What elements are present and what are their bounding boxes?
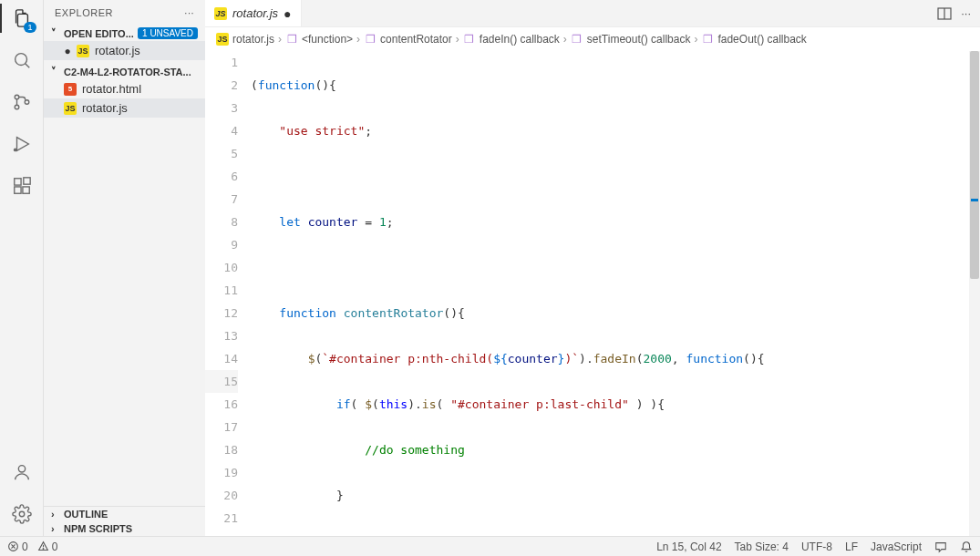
svg-point-6 bbox=[13, 149, 16, 152]
breadcrumb-item[interactable]: ❒setTimeout() callback bbox=[571, 33, 691, 46]
svg-point-11 bbox=[18, 466, 25, 472]
vertical-scrollbar[interactable] bbox=[969, 51, 980, 536]
extensions-icon[interactable] bbox=[9, 173, 35, 199]
account-icon[interactable] bbox=[9, 459, 35, 485]
outline-header[interactable]: › OUTLINE bbox=[44, 507, 205, 521]
unsaved-badge: 1 UNSAVED bbox=[138, 27, 198, 39]
svg-rect-7 bbox=[14, 179, 20, 185]
breadcrumb-item[interactable]: ❒fadeIn() callback bbox=[463, 33, 560, 46]
js-file-icon: JS bbox=[77, 45, 89, 57]
explorer-more-icon[interactable]: ··· bbox=[184, 7, 194, 18]
chevron-right-icon: › bbox=[278, 33, 282, 46]
symbol-icon: ❒ bbox=[701, 33, 714, 46]
status-eol[interactable]: LF bbox=[845, 541, 858, 553]
file-tree-item[interactable]: JS rotator.js bbox=[44, 98, 205, 118]
editor-tab[interactable]: JS rotator.js ● bbox=[205, 0, 302, 26]
status-bell-icon[interactable] bbox=[960, 541, 973, 553]
status-feedback-icon[interactable] bbox=[934, 541, 947, 553]
chevron-right-icon: › bbox=[356, 33, 360, 46]
open-editors-header[interactable]: ˅ OPEN EDITO... 1 UNSAVED bbox=[44, 26, 205, 41]
svg-point-0 bbox=[15, 54, 26, 66]
svg-rect-9 bbox=[22, 187, 28, 193]
modified-dot-icon: ● bbox=[284, 6, 291, 21]
split-editor-icon[interactable] bbox=[937, 6, 952, 21]
folder-header[interactable]: ˅ C2-M4-L2-ROTATOR-STA... bbox=[44, 64, 205, 79]
status-tab-size[interactable]: Tab Size: 4 bbox=[735, 541, 789, 553]
status-bar: 0 0 Ln 15, Col 42 Tab Size: 4 UTF-8 LF J… bbox=[0, 536, 980, 556]
settings-icon[interactable] bbox=[9, 501, 35, 527]
breadcrumb-item[interactable]: JSrotator.js bbox=[216, 33, 274, 46]
activity-bar: 1 bbox=[0, 0, 44, 536]
chevron-right-icon: › bbox=[563, 33, 567, 46]
js-file-icon: JS bbox=[64, 102, 77, 115]
symbol-icon: ❒ bbox=[463, 33, 476, 46]
svg-rect-8 bbox=[14, 187, 20, 193]
scrollbar-thumb[interactable] bbox=[970, 51, 979, 279]
file-label: rotator.html bbox=[82, 82, 141, 96]
status-cursor-position[interactable]: Ln 15, Col 42 bbox=[656, 541, 721, 553]
status-errors[interactable]: 0 bbox=[7, 541, 28, 553]
svg-point-3 bbox=[15, 105, 19, 109]
code-editor[interactable]: 123456789101112131415161718192021 (funct… bbox=[205, 51, 980, 536]
chevron-right-icon: › bbox=[51, 509, 62, 520]
file-tree-item[interactable]: 5 rotator.html bbox=[44, 79, 205, 98]
more-actions-icon[interactable]: ··· bbox=[961, 6, 971, 21]
file-label: rotator.js bbox=[82, 101, 128, 115]
svg-point-2 bbox=[15, 95, 19, 99]
js-file-icon: JS bbox=[216, 33, 229, 46]
npm-scripts-header[interactable]: › NPM SCRIPTS bbox=[44, 521, 205, 536]
svg-marker-5 bbox=[16, 138, 28, 151]
explorer-badge: 1 bbox=[24, 22, 36, 33]
tabs-row: JS rotator.js ● ··· bbox=[205, 0, 980, 27]
modified-dot-icon: ● bbox=[64, 47, 71, 55]
status-warnings[interactable]: 0 bbox=[37, 541, 58, 553]
svg-rect-10 bbox=[23, 178, 29, 184]
status-language[interactable]: JavaScript bbox=[871, 541, 922, 553]
breadcrumb-item[interactable]: ❒fadeOut() callback bbox=[701, 33, 806, 46]
run-debug-icon[interactable] bbox=[9, 131, 35, 157]
chevron-down-icon: ˅ bbox=[51, 66, 62, 77]
chevron-right-icon: › bbox=[456, 33, 459, 46]
file-label: rotator.js bbox=[95, 44, 140, 57]
breadcrumb: JSrotator.js › ❒<function> › ❒contentRot… bbox=[205, 27, 980, 51]
explorer-icon[interactable]: 1 bbox=[9, 5, 35, 31]
symbol-icon: ❒ bbox=[364, 33, 377, 46]
sidebar: EXPLORER ··· ˅ OPEN EDITO... 1 UNSAVED ●… bbox=[44, 0, 205, 536]
line-gutter: 123456789101112131415161718192021 bbox=[205, 51, 251, 536]
breadcrumb-item[interactable]: ❒<function> bbox=[285, 33, 353, 46]
svg-point-19 bbox=[43, 549, 44, 550]
svg-line-1 bbox=[25, 64, 29, 68]
html-file-icon: 5 bbox=[64, 83, 77, 96]
status-encoding[interactable]: UTF-8 bbox=[801, 541, 832, 553]
code-content[interactable]: (function(){ "use strict"; let counter =… bbox=[251, 51, 980, 536]
source-control-icon[interactable] bbox=[9, 89, 35, 115]
chevron-right-icon: › bbox=[694, 33, 697, 46]
symbol-icon: ❒ bbox=[571, 33, 583, 46]
chevron-right-icon: › bbox=[51, 523, 62, 534]
breadcrumb-item[interactable]: ❒contentRotator bbox=[364, 33, 452, 46]
js-file-icon: JS bbox=[214, 7, 227, 20]
svg-point-12 bbox=[19, 511, 25, 517]
explorer-title: EXPLORER bbox=[55, 7, 113, 18]
open-editor-item[interactable]: ● JS rotator.js bbox=[44, 41, 205, 60]
scroll-marker bbox=[971, 199, 978, 201]
chevron-down-icon: ˅ bbox=[51, 27, 62, 39]
tab-label: rotator.js bbox=[232, 6, 278, 20]
editor-area: JS rotator.js ● ··· JSrotator.js › ❒<fun… bbox=[205, 0, 980, 536]
symbol-icon: ❒ bbox=[285, 33, 298, 46]
svg-point-4 bbox=[25, 100, 29, 105]
search-icon[interactable] bbox=[9, 47, 35, 73]
